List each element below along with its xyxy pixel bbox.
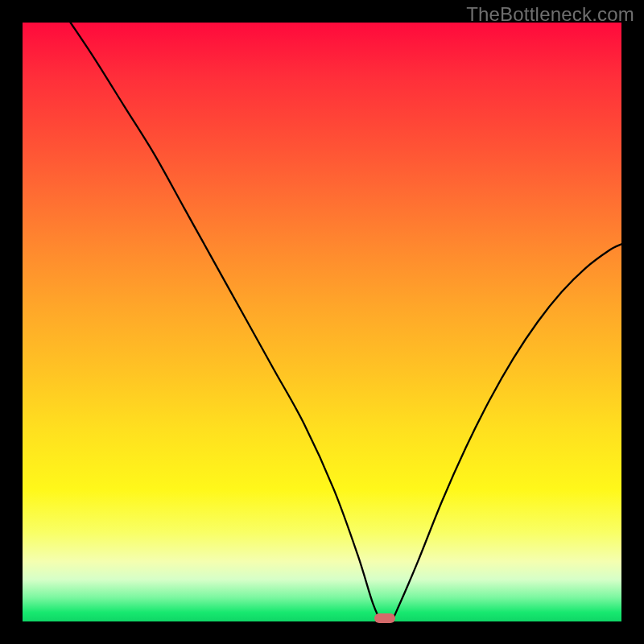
watermark-label: TheBottleneck.com: [466, 3, 634, 26]
optimal-point-marker: [374, 613, 395, 623]
plot-area: [23, 23, 621, 621]
bottleneck-curve: [23, 23, 621, 621]
chart-frame: TheBottleneck.com: [0, 0, 644, 644]
